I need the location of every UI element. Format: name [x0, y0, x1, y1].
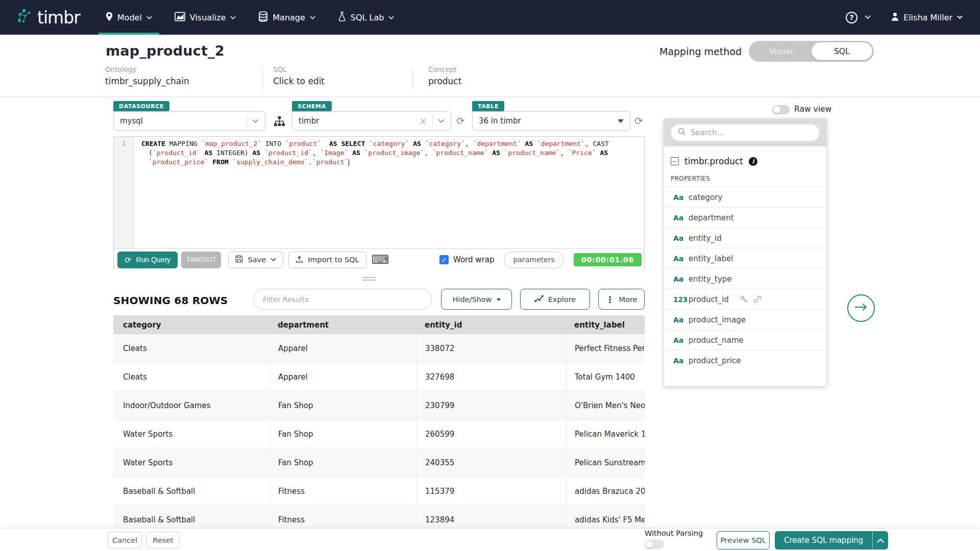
column-header: department: [270, 320, 416, 330]
import-to-sql-button[interactable]: Import to SQL: [288, 252, 366, 268]
user-menu[interactable]: Elisha Miller: [891, 12, 963, 23]
select-divider: [247, 115, 247, 127]
help-chevron-down-icon[interactable]: [865, 15, 871, 19]
schema-select[interactable]: timbr ×: [292, 111, 451, 131]
property-name: category: [689, 193, 722, 202]
sql-editor-area[interactable]: 1 CREATE MAPPING `map_product_2` INTO `p…: [114, 137, 644, 249]
table-select[interactable]: 36 in timbr: [472, 111, 630, 131]
resize-handle[interactable]: [362, 277, 376, 281]
without-parsing-toggle[interactable]: [645, 540, 664, 549]
help-icon[interactable]: ?: [846, 12, 857, 23]
concept-label: Concept: [428, 65, 461, 73]
table-badge: TABLE: [472, 101, 504, 111]
create-options-button[interactable]: [873, 531, 888, 549]
datasource-select[interactable]: mysql: [113, 111, 265, 131]
nav-item-label: Visualize: [190, 13, 226, 22]
hide-show-button[interactable]: Hide/Show: [441, 289, 512, 310]
table-cell: Water Sports: [113, 420, 270, 448]
mapping-method-label: Mapping method: [659, 46, 742, 57]
timeout-button[interactable]: TIMEOUT: [181, 252, 221, 268]
chevron-down-icon[interactable]: [252, 119, 259, 123]
explore-button[interactable]: Explore: [520, 289, 590, 310]
datasource-value: mysql: [120, 116, 143, 126]
property-row[interactable]: Aaentity_label: [664, 248, 826, 268]
column-header: entity_id: [416, 320, 566, 330]
save-button[interactable]: Save: [228, 252, 283, 268]
sql-code-text: CREATE MAPPING `map_product_2` INTO `pro…: [134, 137, 644, 248]
save-icon: [235, 255, 243, 264]
preview-sql-button[interactable]: Preview SQL: [717, 531, 770, 549]
property-name: product_name: [689, 336, 744, 345]
table-row: CleatsApparel338072Perfect Fitness Perfe…: [113, 334, 645, 363]
concept-meta: Concept product: [428, 65, 461, 86]
toggle-option-visual[interactable]: Visual: [750, 42, 812, 60]
chevron-down-icon: [388, 16, 394, 20]
brand-name: timbr: [37, 8, 80, 28]
word-wrap-checkbox[interactable]: ✓: [439, 255, 449, 264]
create-sql-mapping-button[interactable]: Create SQL mapping: [775, 531, 873, 549]
visualize-chart-icon: [175, 12, 185, 23]
more-button[interactable]: ⋮ More: [598, 289, 645, 310]
table-cell: 115379: [416, 477, 566, 505]
reset-button[interactable]: Reset: [146, 532, 180, 548]
table-row: Baseball & SoftballFitness115379adidas B…: [113, 477, 645, 506]
concept-value: product: [428, 76, 461, 86]
upload-icon: [296, 255, 303, 265]
table-row: Indoor/Outdoor GamesFan Shop230799O'Brie…: [113, 391, 645, 420]
run-query-button[interactable]: ⟳ Run Query: [117, 252, 178, 268]
sql-click-to-edit[interactable]: Click to edit: [273, 76, 325, 86]
property-row[interactable]: Aaproduct_image: [664, 309, 826, 330]
property-name: entity_id: [689, 234, 722, 243]
search-input[interactable]: [691, 128, 813, 137]
explore-icon: [534, 295, 544, 304]
column-header: category: [113, 320, 270, 330]
refresh-table-icon[interactable]: ⟳: [634, 115, 643, 127]
line-number-gutter: 1: [114, 137, 134, 248]
more-dots-icon: ⋮: [606, 294, 615, 305]
footer-bar: Cancel Reset Without Parsing Preview SQL…: [0, 528, 980, 551]
run-refresh-icon: ⟳: [125, 255, 131, 265]
nav-item-sql-lab[interactable]: SQL Lab: [327, 0, 406, 35]
property-row[interactable]: Aaproduct_name: [664, 330, 826, 350]
nav-item-manage[interactable]: Manage: [247, 0, 327, 35]
table-cell: adidas Kids' F5 Messi: [566, 506, 645, 528]
toggle-option-sql[interactable]: SQL: [812, 42, 873, 60]
refresh-schema-icon[interactable]: ⟳: [456, 115, 465, 127]
property-row[interactable]: Aacategory: [664, 187, 826, 207]
results-table: categorydepartmententity_identity_label …: [113, 315, 645, 528]
raw-view-label: Raw view: [794, 105, 831, 114]
filter-results-input[interactable]: [253, 289, 432, 310]
table-cell: Apparel: [270, 363, 416, 391]
sql-editor: 1 CREATE MAPPING `map_product_2` INTO `p…: [113, 136, 645, 270]
info-icon[interactable]: i: [749, 157, 757, 166]
property-row[interactable]: Aaentity_id: [664, 228, 826, 248]
collapse-icon[interactable]: −: [671, 157, 679, 165]
nav-item-label: Manage: [273, 13, 305, 22]
property-row[interactable]: Aaproduct_price: [664, 350, 826, 370]
query-timer: 00:00:01.06: [574, 253, 642, 266]
text-type-icon: Aa: [673, 214, 689, 222]
word-wrap-toggle[interactable]: ✓ Word wrap: [439, 255, 494, 264]
parameters-button[interactable]: parameters: [504, 252, 564, 268]
keyboard-shortcuts-icon[interactable]: ⌨: [372, 254, 389, 266]
nav-item-model[interactable]: Model: [94, 0, 163, 35]
chevron-down-icon[interactable]: [438, 119, 445, 123]
raw-view-toggle[interactable]: [772, 105, 790, 114]
property-row[interactable]: Aaentity_type: [664, 268, 826, 289]
nav-item-visualize[interactable]: Visualize: [163, 0, 247, 35]
table-cell: Indoor/Outdoor Games: [113, 391, 270, 419]
hierarchy-icon[interactable]: [274, 116, 285, 129]
property-row[interactable]: Aadepartment: [664, 207, 826, 228]
table-cell: 338072: [416, 334, 566, 362]
main-menu: Model Visualize Manage: [94, 0, 406, 35]
create-sql-mapping-group: Create SQL mapping: [775, 531, 888, 549]
property-row[interactable]: 123product_id: [664, 289, 826, 309]
cancel-button[interactable]: Cancel: [108, 532, 142, 548]
expand-panel-button[interactable]: [847, 294, 875, 322]
table-cell: Fitness: [270, 477, 416, 505]
brand-logo[interactable]: timbr: [15, 0, 80, 35]
table-value: 36 in timbr: [479, 116, 521, 126]
text-type-icon: Aa: [673, 255, 689, 263]
clear-icon[interactable]: ×: [419, 116, 427, 126]
showing-rows-label: SHOWING 68 ROWS: [113, 294, 228, 307]
